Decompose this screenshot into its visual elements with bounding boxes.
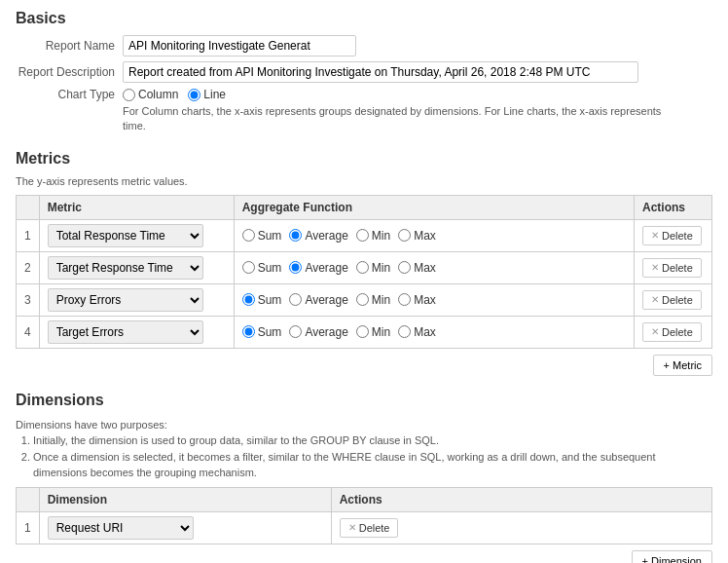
dim-table-row: 1 Request URI ✕ Delete [17,511,712,544]
metric-select[interactable]: Target Response Time [48,256,203,280]
agg-option-max[interactable]: Max [398,229,436,243]
metrics-row-metric: Proxy Errors [39,283,234,316]
agg-label-min: Min [372,293,390,307]
chart-type-row: Chart Type Column Line For Column charts… [16,88,712,134]
agg-label-sum: Sum [258,325,282,339]
agg-label-max: Max [414,229,436,243]
agg-radio-min[interactable] [356,325,369,338]
metrics-row-metric: Target Errors [39,316,234,348]
metrics-section: Metrics The y-axis represents metric val… [16,150,712,376]
dim-desc-point1: Initially, the dimension is used to grou… [33,432,712,449]
agg-option-min[interactable]: Min [356,229,390,243]
dim-col-actions: Actions [331,487,711,511]
metrics-table: Metric Aggregate Function Actions 1 Tota… [16,195,712,349]
agg-radio-average[interactable] [289,229,302,242]
dimensions-title: Dimensions [16,392,712,411]
agg-radio-min[interactable] [356,229,369,242]
chart-type-line-radio[interactable] [188,89,200,101]
agg-option-average[interactable]: Average [289,229,347,243]
metrics-row-agg: Sum Average Min Max [234,283,634,316]
agg-radio-sum[interactable] [242,325,255,338]
chart-type-column-option[interactable]: Column [123,88,178,101]
agg-radio-max[interactable] [398,325,411,338]
agg-option-max[interactable]: Max [398,261,436,275]
agg-option-max[interactable]: Max [398,293,436,307]
metrics-row-actions: ✕ Delete [635,251,712,283]
agg-option-min[interactable]: Min [356,293,390,307]
agg-radio-max[interactable] [398,229,411,242]
agg-option-sum[interactable]: Sum [242,261,282,275]
delete-metric-button[interactable]: ✕ Delete [642,226,702,245]
agg-option-sum[interactable]: Sum [242,229,282,243]
metrics-row-num: 3 [17,283,40,316]
delete-label: Delete [662,262,693,274]
add-dimension-row: + Dimension [16,550,712,563]
agg-radio-max[interactable] [398,293,411,306]
dim-desc-intro: Dimensions have two purposes: [16,419,167,431]
agg-label-max: Max [414,325,436,339]
agg-radio-sum[interactable] [242,229,255,242]
agg-option-sum[interactable]: Sum [242,293,282,307]
close-icon: ✕ [348,522,356,533]
delete-metric-button[interactable]: ✕ Delete [642,290,702,310]
agg-option-min[interactable]: Min [356,325,390,339]
chart-type-line-label: Line [203,88,226,101]
add-metric-row: + Metric [16,355,712,376]
agg-label-min: Min [372,325,390,339]
agg-option-min[interactable]: Min [356,261,390,275]
basics-title: Basics [16,10,712,29]
delete-metric-button[interactable]: ✕ Delete [642,322,702,342]
delete-metric-button[interactable]: ✕ Delete [642,258,702,278]
agg-label-average: Average [305,293,347,307]
agg-option-sum[interactable]: Sum [242,325,282,339]
report-name-input[interactable] [123,35,356,56]
add-dimension-button[interactable]: + Dimension [632,550,712,563]
agg-label-average: Average [305,229,347,243]
agg-radio-average[interactable] [289,293,302,306]
agg-option-average[interactable]: Average [289,293,347,307]
metrics-col-agg: Aggregate Function [234,195,634,219]
metric-select[interactable]: Target Errors [48,320,203,344]
report-description-row: Report Description [16,61,712,83]
metrics-row-actions: ✕ Delete [635,283,712,316]
agg-radio-sum[interactable] [242,261,255,274]
close-icon: ✕ [651,294,659,305]
dimensions-table: Dimension Actions 1 Request URI ✕ Delete [16,487,712,544]
agg-radio-average[interactable] [289,261,302,274]
metrics-table-row: 1 Total Response Time Sum Average Min Ma… [17,219,712,251]
chart-type-column-radio[interactable] [123,89,135,101]
agg-label-max: Max [414,293,436,307]
chart-type-line-option[interactable]: Line [188,88,226,101]
agg-radio-sum[interactable] [242,293,255,306]
agg-label-min: Min [372,261,390,275]
agg-radio-min[interactable] [356,293,369,306]
dim-desc-point2: Once a dimension is selected, it becomes… [33,449,712,481]
agg-radio-average[interactable] [289,325,302,338]
dim-col-num [17,487,40,511]
dim-row-actions: ✕ Delete [331,511,711,544]
delete-label: Delete [662,294,693,306]
metric-select[interactable]: Total Response Time [48,224,203,247]
agg-option-average[interactable]: Average [289,325,347,339]
delete-label: Delete [359,522,390,534]
chart-type-label: Chart Type [16,88,123,101]
metrics-table-row: 4 Target Errors Sum Average Min Max [17,316,712,348]
agg-radio-max[interactable] [398,261,411,274]
agg-label-sum: Sum [258,293,282,307]
chart-type-column-label: Column [138,88,178,101]
metric-select[interactable]: Proxy Errors [48,288,203,312]
report-description-input[interactable] [123,61,638,83]
metrics-row-agg: Sum Average Min Max [234,316,634,348]
agg-label-sum: Sum [258,229,282,243]
report-name-row: Report Name [16,35,712,56]
chart-type-radios: Column Line [123,88,668,101]
agg-option-average[interactable]: Average [289,261,347,275]
page-container: Basics Report Name Report Description Ch… [0,0,728,563]
agg-option-max[interactable]: Max [398,325,436,339]
chart-type-options: Column Line For Column charts, the x-axi… [123,88,668,134]
delete-dimension-button[interactable]: ✕ Delete [340,518,399,538]
agg-radio-min[interactable] [356,261,369,274]
close-icon: ✕ [651,230,659,241]
dimension-select[interactable]: Request URI [48,516,194,540]
add-metric-button[interactable]: + Metric [653,355,712,376]
